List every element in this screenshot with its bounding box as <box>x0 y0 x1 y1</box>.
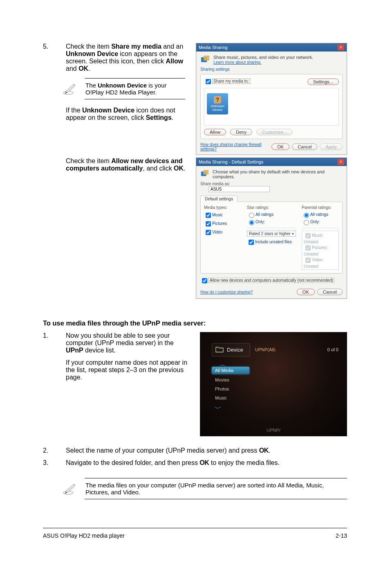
allow-button[interactable]: Allow <box>204 129 226 135</box>
text: The <box>85 82 98 89</box>
label: Include unrated files <box>255 240 292 244</box>
close-icon[interactable]: × <box>338 159 344 165</box>
deny-button[interactable]: Deny <box>230 129 252 135</box>
parental-pictures-checkbox: Pictures: Unrated <box>304 244 337 256</box>
question-mark-icon: ? <box>214 96 221 103</box>
device-header: Device <box>212 343 250 357</box>
cancel-button[interactable]: Cancel <box>317 289 343 295</box>
svg-rect-4 <box>203 170 208 175</box>
section-heading: To use media files through the UPnP medi… <box>43 319 347 327</box>
step-5-body: Check the item Share my media and an Unk… <box>66 43 188 72</box>
sharing-settings-label: Sharing settings <box>200 67 343 72</box>
how-customize-link[interactable]: How do I customize sharing? <box>200 290 253 294</box>
firewall-link[interactable]: How does sharing change firewall setting… <box>200 142 271 151</box>
text: If the <box>66 107 82 114</box>
label: Pictures <box>212 221 227 226</box>
item-count: 0 of 0 <box>327 347 338 352</box>
text: and <box>66 65 78 72</box>
step-3-number: 3. <box>43 459 66 467</box>
cancel-button[interactable]: Cancel <box>292 144 317 150</box>
apply-button: Apply <box>320 144 343 150</box>
star-rating-select[interactable]: Rated 2 stars or higher ▾ <box>247 231 296 237</box>
step-5-body-2: If the Unknown Device icon does not appe… <box>66 107 188 121</box>
learn-more-link[interactable]: Learn more about sharing. <box>213 60 261 65</box>
share-media-as-label: Share media as: <box>200 182 343 186</box>
label: Only: <box>256 220 265 224</box>
share-my-media-checkbox[interactable]: Share my media to: <box>204 78 250 85</box>
share-media-as-input[interactable] <box>208 186 270 192</box>
step-2-number: 2. <box>43 447 66 454</box>
folder-icon <box>215 346 224 354</box>
text: device list. <box>83 347 116 354</box>
text: . <box>184 165 185 172</box>
allow-new-devices-checkbox[interactable]: Allow new devices and computers automati… <box>200 277 343 285</box>
default-settings-dialog: Media Sharing - Default Settings × Choos… <box>196 157 347 299</box>
label: All ratings <box>256 212 273 217</box>
parental-only-radio[interactable]: Only: <box>302 219 339 225</box>
upnp-name: UPNP(All) <box>255 347 276 352</box>
text: Check the item <box>66 157 111 164</box>
parental-ratings-heading: Parental ratings: <box>302 205 339 210</box>
ok-key-icon: OK <box>259 447 269 454</box>
sidebar-item-music[interactable]: Music <box>212 395 249 401</box>
device-label: Device <box>227 347 243 353</box>
dialog-title: Media Sharing - Default Settings <box>199 159 263 164</box>
footer-product: ASUS O!Play HD2 media player <box>43 532 125 539</box>
text: Navigate to the desired folder, and then… <box>66 459 199 466</box>
step-5-body-3: Check the item Allow new devices and com… <box>66 157 188 172</box>
sidebar-item-all-media[interactable]: All Media <box>212 367 249 374</box>
text: Select the name of your computer (UPnP m… <box>66 447 259 454</box>
oplay-device-screen: Device UPNP(All) 0 of 0 ︿ All Media Movi… <box>200 332 347 436</box>
text: Check the item <box>66 43 111 50</box>
tab-default-settings[interactable]: Default settings <box>200 195 238 202</box>
text: and an <box>161 43 183 50</box>
text-bold: Share my media <box>111 43 161 50</box>
text-bold: Unknown Device <box>66 50 118 57</box>
text-bold: Allow <box>166 58 184 65</box>
text-bold: OK <box>78 65 88 72</box>
close-icon[interactable]: × <box>338 45 344 50</box>
text-bold: Unknown Device <box>98 82 147 89</box>
text: . <box>269 447 270 454</box>
parental-all-radio[interactable]: All ratings <box>302 211 339 218</box>
share-checkbox-label: Share my media to: <box>212 79 250 84</box>
star-all-radio[interactable]: All ratings <box>247 211 296 218</box>
media-sharing-dialog: Media Sharing × Share music, pictures, a… <box>196 43 347 155</box>
label: Music <box>212 213 223 217</box>
music-checkbox[interactable]: Music <box>204 211 241 219</box>
label: Allow new devices and computers automati… <box>208 278 334 283</box>
device-label: Unknown Device <box>207 104 228 112</box>
step-1-number: 1. <box>43 332 66 339</box>
sidebar-item-photos[interactable]: Photos <box>212 386 249 392</box>
video-checkbox[interactable]: Video <box>204 229 241 236</box>
share-checkbox-input[interactable] <box>206 79 211 84</box>
text: . <box>172 114 173 121</box>
dialog-title: Media Sharing <box>199 45 228 50</box>
ok-button[interactable]: OK <box>297 289 315 295</box>
media-types-heading: Media types: <box>204 205 241 210</box>
chevron-down-icon[interactable]: ﹀ <box>214 404 249 413</box>
unknown-device-icon[interactable]: ? Unknown Device <box>207 93 228 114</box>
star-ratings-heading: Star ratings: <box>247 205 296 210</box>
step-2-body: Select the name of your computer (UPnP m… <box>66 447 347 454</box>
chevron-down-icon: ▾ <box>292 231 294 236</box>
pictures-checkbox[interactable]: Pictures <box>204 220 241 228</box>
sidebar-item-movies[interactable]: Movies <box>212 377 249 383</box>
label: Only: <box>310 220 320 224</box>
share-icon <box>200 55 210 65</box>
step-1-body: Now you should be able to see your compu… <box>66 332 193 354</box>
dialog-desc: Share music, pictures, and video on your… <box>213 55 313 60</box>
text: Now you should be able to see your compu… <box>66 332 174 346</box>
step-1-body-2: If your computer name does not appear in… <box>66 359 193 381</box>
step-5-number: 5. <box>43 43 66 50</box>
label: Video <box>212 230 222 234</box>
svg-rect-2 <box>204 56 209 61</box>
settings-button[interactable]: Settings... <box>307 79 339 85</box>
text-bold: UPnP <box>66 347 83 354</box>
ok-button[interactable]: OK <box>271 144 289 150</box>
star-only-radio[interactable]: Only: <box>247 219 296 225</box>
page-number: 2-13 <box>336 532 347 539</box>
include-unrated-checkbox[interactable]: Include unrated files <box>247 238 296 246</box>
pencil-note-icon <box>63 82 79 96</box>
note-media-sorted: The media files on your computer (UPnP m… <box>85 478 347 499</box>
